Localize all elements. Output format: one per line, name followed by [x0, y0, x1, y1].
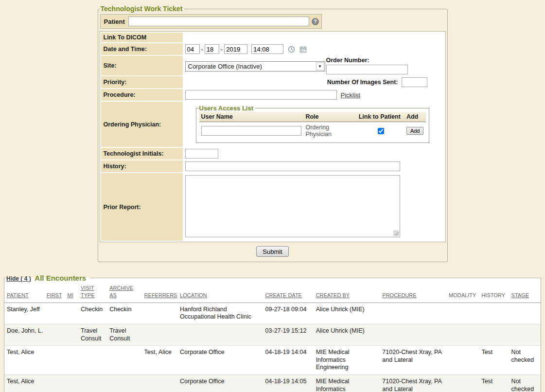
cell-visit_type: Checkin: [78, 303, 107, 324]
column-header-label[interactable]: PROCEDURE: [382, 292, 416, 298]
column-header-add: Add: [404, 112, 426, 122]
cell-history: Test: [479, 346, 509, 375]
column-header-label[interactable]: MI: [67, 292, 73, 298]
cell-first: [44, 375, 65, 392]
column-header-procedure: PROCEDURE: [380, 282, 446, 303]
images-sent-label: Number Of Images Sent:: [327, 79, 398, 86]
tech-initials-input[interactable]: [185, 149, 218, 159]
encounter-row[interactable]: Doe, John, L.Travel ConsultTravel Consul…: [4, 324, 541, 345]
cell-stage: [509, 324, 541, 345]
date-time-row: Date and Time: - -: [101, 43, 444, 55]
column-header-visit_type: VISIT TYPE: [78, 282, 107, 303]
users-access-header-row: User Name Role Link to Patient Add: [199, 112, 426, 122]
help-icon[interactable]: ?: [312, 18, 319, 25]
work-ticket-panel: Technologist Work Ticket Patient ? Link …: [98, 5, 448, 262]
encounter-row[interactable]: Test, AliceTest, AliceCorporate Office04…: [4, 346, 541, 375]
column-header-user-name: User Name: [199, 112, 304, 122]
submit-button[interactable]: Submit: [256, 246, 288, 257]
cell-mi: [65, 346, 78, 375]
column-header-label[interactable]: PATIENT: [7, 292, 29, 298]
cell-history: [479, 303, 509, 324]
column-header-label[interactable]: FIRST: [47, 292, 62, 298]
encounter-row[interactable]: Stanley, JeffCheckinCheckinHanford Richl…: [4, 303, 541, 324]
site-selected-value: Corporate Office (Inactive): [186, 63, 316, 70]
user-name-input[interactable]: [201, 126, 301, 136]
date-month-input[interactable]: [185, 44, 200, 54]
clock-icon[interactable]: [288, 46, 295, 53]
column-header-label: HISTORY: [481, 292, 505, 298]
add-user-button[interactable]: Add: [406, 127, 424, 135]
cell-first: [44, 303, 65, 324]
cell-patient: Stanley, Jeff: [4, 303, 44, 324]
column-header-archive_as: ARCHIVE AS: [107, 282, 141, 303]
patient-row: Patient ?: [100, 14, 322, 29]
hide-encounters-link[interactable]: Hide ( 4 ): [6, 275, 31, 282]
dicom-form: Link To DICOM Date and Time: - -: [100, 31, 446, 242]
time-input[interactable]: [251, 44, 283, 54]
column-header-label[interactable]: STAGE: [511, 292, 529, 298]
cell-modality: [446, 346, 479, 375]
cell-modality: [446, 303, 479, 324]
link-to-patient-checkbox[interactable]: [378, 128, 384, 134]
column-header-patient: PATIENT: [4, 282, 44, 303]
cell-procedure: 71020-Chest Xray, PA and Lateral: [380, 346, 446, 375]
users-access-panel: Users Access List User Name Role Link to…: [196, 105, 429, 143]
column-header-history: HISTORY: [479, 282, 509, 303]
order-number-input[interactable]: [326, 65, 408, 74]
picklist-link[interactable]: Picklist: [341, 91, 360, 99]
calendar-icon[interactable]: [299, 46, 307, 53]
work-ticket-title: Technologist Work Ticket: [100, 5, 185, 13]
history-input[interactable]: [185, 161, 400, 171]
date-year-input[interactable]: [224, 44, 247, 54]
encounters-panel: Hide ( 4 ) All Encounters PATIENTFIRSTMI…: [4, 274, 541, 392]
cell-modality: [446, 324, 479, 345]
encounter-row[interactable]: Test, AliceCorporate Office04-18-19 14:0…: [4, 375, 541, 392]
column-header-label[interactable]: REFERRERS: [144, 292, 177, 298]
procedure-label: Procedure:: [101, 89, 183, 101]
ordering-physician-label: Ordering Physician:: [101, 102, 183, 147]
cell-visit_type: Travel Consult: [78, 324, 107, 345]
prior-report-textarea[interactable]: [185, 175, 400, 237]
page: Technologist Work Ticket Patient ? Link …: [0, 0, 545, 392]
dicom-section-label: Link To DICOM: [101, 33, 183, 42]
history-row: History:: [101, 160, 444, 172]
images-sent-input[interactable]: [402, 77, 427, 87]
prior-report-label: Prior Report:: [101, 173, 183, 241]
encounters-header-row: PATIENTFIRSTMIVISIT TYPEARCHIVE ASREFERR…: [4, 282, 541, 303]
column-header-label[interactable]: CREATE DATE: [265, 292, 302, 298]
column-header-label[interactable]: CREATED BY: [316, 292, 350, 298]
cell-stage: Not checked: [509, 375, 541, 392]
procedure-row: Procedure: Picklist: [101, 89, 444, 101]
column-header-created_by: CREATED BY: [314, 282, 380, 303]
column-header-label[interactable]: LOCATION: [180, 292, 207, 298]
cell-create_date: 04-18-19 14:04: [263, 346, 314, 375]
submit-row: Submit: [100, 246, 446, 257]
cell-location: [177, 324, 263, 345]
cell-location: Hanford Richland Occupational Health Cli…: [177, 303, 263, 324]
site-select[interactable]: Corporate Office (Inactive) ▼: [185, 61, 325, 71]
procedure-input[interactable]: [185, 90, 337, 100]
site-row: Site: Corporate Office (Inactive) ▼ Orde…: [101, 56, 444, 75]
column-header-modality: MODALITY: [446, 282, 479, 303]
date-day-input[interactable]: [205, 44, 219, 54]
cell-mi: [65, 324, 78, 345]
column-header-label[interactable]: ARCHIVE AS: [109, 285, 133, 298]
date-separator: -: [201, 46, 203, 53]
cell-modality: [446, 375, 479, 392]
cell-history: Test: [479, 375, 509, 392]
cell-mi: [65, 303, 78, 324]
users-access-row: Ordering Physician Add: [199, 122, 426, 139]
column-header-mi: MI: [65, 282, 78, 303]
cell-archive_as: [107, 346, 141, 375]
cell-create_date: 09-27-18 09:04: [263, 303, 314, 324]
cell-history: [479, 324, 509, 345]
column-header-label[interactable]: VISIT TYPE: [81, 285, 95, 298]
cell-location: Corporate Office: [177, 346, 263, 375]
tech-initials-row: Technologist Initials:: [101, 148, 444, 160]
history-label: History:: [101, 160, 183, 172]
chevron-down-icon: ▼: [316, 62, 324, 71]
cell-stage: [509, 303, 541, 324]
cell-archive_as: Travel Consult: [107, 324, 141, 345]
patient-input[interactable]: [128, 17, 309, 26]
cell-referrers: [142, 324, 177, 345]
